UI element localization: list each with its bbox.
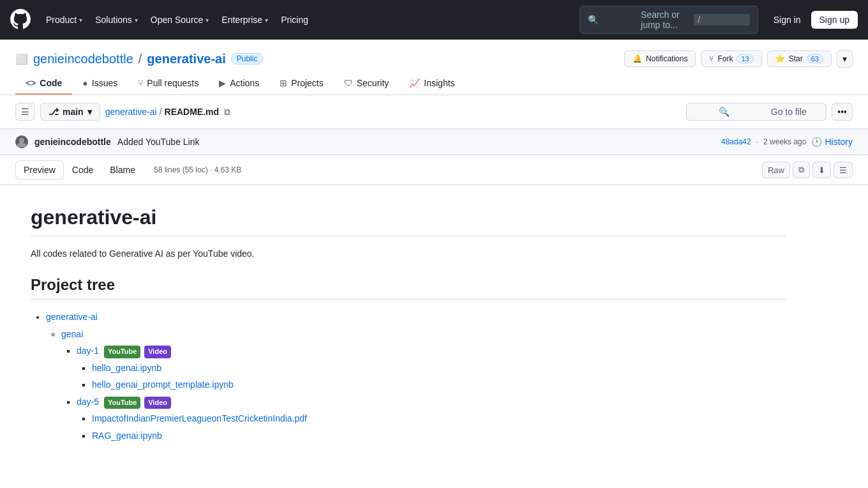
commit-author-link[interactable]: genieincodebottle: [34, 137, 111, 147]
chevron-down-icon: ▾: [265, 17, 268, 24]
copy-file-button[interactable]: ⧉: [793, 162, 810, 178]
repo-name-link[interactable]: generative-ai: [147, 52, 225, 66]
file-toolbar: ☰ ⎇ main ▾ generative-ai / README.md ⧉ 🔍…: [0, 95, 868, 129]
actions-icon: ▶: [219, 78, 226, 88]
raw-button[interactable]: Raw: [762, 162, 790, 178]
tab-code[interactable]: <> Code: [15, 73, 72, 95]
visibility-badge: Public: [231, 53, 264, 65]
download-icon: ⬇: [818, 165, 825, 175]
history-icon: 🕐: [811, 137, 822, 147]
tab-insights[interactable]: 📈 Insights: [399, 73, 465, 95]
chevron-down-icon: ▾: [79, 17, 82, 24]
tree-link-day5[interactable]: day-5: [77, 397, 99, 407]
commit-message: Added YouTube Link: [117, 137, 200, 147]
badge-video: Video: [144, 346, 171, 358]
fork-button[interactable]: ⑂ Fork 13: [701, 50, 761, 67]
file-tab-code[interactable]: Code: [64, 160, 101, 179]
nav-product[interactable]: Product ▾: [41, 11, 87, 29]
list-item: ImpactofIndianPremierLeagueonTestCricket…: [92, 411, 786, 425]
github-logo[interactable]: [10, 9, 31, 31]
file-link[interactable]: hello_genai_prompt_template.ipynb: [92, 379, 234, 390]
search-icon: 🔍: [694, 107, 754, 117]
ellipsis-icon: •••: [837, 107, 847, 117]
repo-actions: 🔔 Notifications ⑂ Fork 13 ⭐ Star 63 ▾: [624, 50, 853, 68]
star-button[interactable]: ⭐ Star 63: [767, 50, 832, 67]
pr-icon: ⑂: [138, 78, 143, 88]
nav-opensource[interactable]: Open Source ▾: [146, 11, 214, 29]
projects-icon: ⊞: [280, 78, 287, 88]
tab-pullrequests[interactable]: ⑂ Pull requests: [128, 73, 209, 95]
go-to-file-button[interactable]: 🔍 Go to file: [686, 103, 827, 121]
commit-sha-link[interactable]: 48ada42: [721, 137, 751, 146]
star-count: 63: [807, 54, 823, 63]
list-view-button[interactable]: ☰: [834, 162, 853, 178]
history-button[interactable]: 🕐 History: [811, 137, 853, 147]
tab-security[interactable]: 🛡 Security: [334, 73, 400, 95]
tree-link[interactable]: generative-ai: [46, 312, 98, 322]
file-tabs-row: Preview Code Blame 58 lines (55 loc) · 4…: [0, 155, 868, 185]
file-tab-preview[interactable]: Preview: [15, 160, 64, 179]
chevron-down-icon: ▾: [135, 17, 138, 24]
tab-issues[interactable]: ● Issues: [72, 73, 128, 95]
branch-selector[interactable]: ⎇ main ▾: [40, 103, 100, 121]
star-icon: ⭐: [775, 54, 785, 63]
tree-link-day1[interactable]: day-1: [77, 346, 99, 356]
notifications-button[interactable]: 🔔 Notifications: [624, 50, 696, 67]
security-icon: 🛡: [344, 78, 353, 88]
repo-owner-link[interactable]: genieincodebottle: [33, 52, 133, 66]
tree-link[interactable]: genai: [61, 329, 83, 339]
insights-icon: 📈: [409, 78, 420, 88]
search-icon: 🔍: [588, 15, 636, 25]
copy-path-button[interactable]: ⧉: [221, 104, 233, 120]
auth-buttons: Sign in Sign up: [768, 11, 858, 29]
list-item: hello_genai_prompt_template.ipynb: [92, 377, 786, 392]
top-nav: Product ▾ Solutions ▾ Open Source ▾ Ente…: [0, 0, 868, 40]
file-link[interactable]: hello_genai.ipynb: [92, 363, 161, 373]
file-link[interactable]: RAG_genai.ipynb: [92, 431, 162, 441]
tab-projects[interactable]: ⊞ Projects: [269, 73, 334, 95]
main-nav-items: Product ▾ Solutions ▾ Open Source ▾ Ente…: [41, 11, 574, 29]
readme-tree-level2: day-1 YouTube Video hello_genai.ipynb he…: [61, 344, 786, 443]
file-actions: Raw ⧉ ⬇ ☰: [762, 162, 853, 178]
nav-pricing[interactable]: Pricing: [276, 11, 313, 29]
file-link[interactable]: ImpactofIndianPremierLeagueonTestCricket…: [92, 413, 307, 423]
commit-time: ·: [756, 137, 758, 146]
breadcrumb-repo-link[interactable]: generative-ai: [105, 107, 157, 117]
issue-icon: ●: [82, 78, 87, 88]
badge-youtube: YouTube: [104, 397, 140, 409]
readme-tree-level1: genai day-1 YouTube Video hello_genai.ip…: [46, 327, 786, 443]
signin-button[interactable]: Sign in: [768, 11, 806, 29]
search-shortcut: /: [694, 14, 749, 26]
code-icon: <>: [26, 78, 36, 88]
file-tab-blame[interactable]: Blame: [101, 160, 144, 179]
sidebar-icon: ☰: [21, 107, 29, 117]
signup-button[interactable]: Sign up: [811, 11, 858, 29]
add-options-button[interactable]: ▾: [837, 50, 853, 68]
file-meta: 58 lines (55 loc) · 4.63 KB: [154, 165, 241, 174]
list-item: genai day-1 YouTube Video hello_genai.ip…: [61, 327, 786, 443]
tab-actions[interactable]: ▶ Actions: [209, 73, 269, 95]
list-item: RAG_genai.ipynb: [92, 429, 786, 443]
nav-enterprise[interactable]: Enterprise ▾: [216, 11, 273, 29]
readme-tree-level3: ImpactofIndianPremierLeagueonTestCricket…: [77, 411, 786, 443]
readme-section-title: Project tree: [31, 276, 786, 300]
repo-title-row: ⬜ genieincodebottle / generative-ai Publ…: [15, 50, 853, 68]
author-avatar: [15, 135, 28, 148]
list-item: day-1 YouTube Video hello_genai.ipynb he…: [77, 344, 786, 392]
readme-tree-root: generative-ai genai day-1 YouTube Video …: [31, 310, 786, 443]
list-item: day-5 YouTube Video ImpactofIndianPremie…: [77, 395, 786, 443]
breadcrumb: generative-ai / README.md ⧉: [105, 104, 682, 120]
readme-description: All codes related to Generative AI as pe…: [31, 247, 786, 261]
sidebar-toggle-button[interactable]: ☰: [15, 103, 35, 121]
readme-content: generative-ai All codes related to Gener…: [0, 185, 817, 466]
readme-title: generative-ai: [31, 206, 786, 236]
list-item: generative-ai genai day-1 YouTube Video …: [46, 310, 786, 443]
commit-meta: 48ada42 · 2 weeks ago 🕐 History: [721, 137, 853, 147]
repo-icon: ⬜: [15, 53, 28, 65]
download-button[interactable]: ⬇: [812, 162, 831, 178]
nav-solutions[interactable]: Solutions ▾: [90, 11, 143, 29]
search-bar[interactable]: 🔍 Search or jump to... /: [580, 6, 758, 34]
list-icon: ☰: [839, 165, 847, 175]
more-options-button[interactable]: •••: [832, 103, 853, 121]
repo-header: ⬜ genieincodebottle / generative-ai Publ…: [0, 40, 868, 95]
